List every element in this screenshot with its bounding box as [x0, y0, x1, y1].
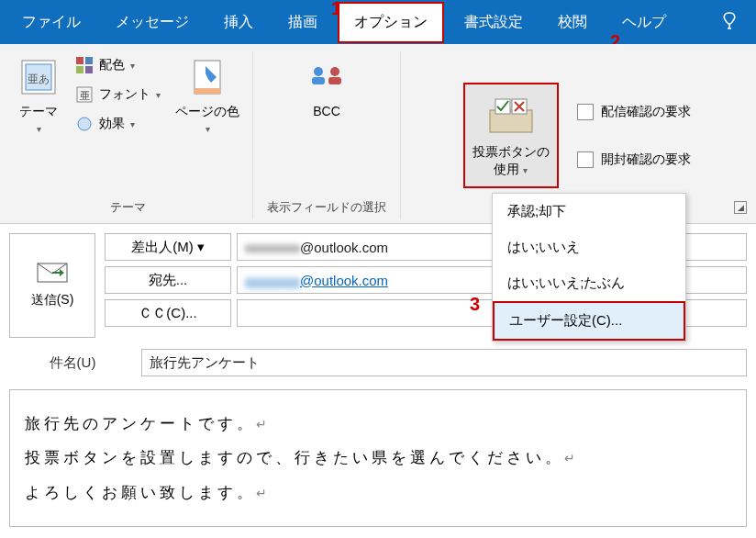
color-button[interactable]: 配色 ▾	[72, 53, 164, 77]
chevron-down-icon: ▾	[130, 61, 135, 71]
font-button-label: フォント	[99, 86, 150, 103]
bcc-button[interactable]: BCC	[301, 51, 352, 123]
tab-help[interactable]: ヘルプ	[607, 4, 681, 41]
tab-file[interactable]: ファイル	[7, 4, 95, 41]
page-color-button[interactable]: ページの色▾	[172, 51, 243, 140]
svg-rect-17	[328, 77, 341, 84]
tellme-icon[interactable]	[714, 4, 749, 41]
send-button-label: 送信(S)	[31, 292, 74, 308]
from-button[interactable]: 差出人(M)▾	[105, 233, 231, 261]
chevron-down-icon: ▾	[37, 124, 41, 134]
read-receipt-checkbox[interactable]: 開封確認の要求	[577, 146, 691, 174]
message-body[interactable]: 旅行先のアンケートです。↵ 投票ボタンを設置しますので、行きたい県を選んでくださ…	[9, 389, 747, 527]
tab-insert[interactable]: 挿入	[209, 4, 268, 41]
svg-text:亜: 亜	[80, 90, 90, 101]
vote-button-label1: 投票ボタンの	[472, 144, 550, 159]
tab-options[interactable]: オプション	[338, 2, 444, 43]
vote-button[interactable]: 投票ボタンの 使用 ▾	[463, 83, 559, 187]
body-line-2: 投票ボタンを設置しますので、行きたい県を選んでください。	[25, 449, 564, 466]
effect-button[interactable]: 効果 ▾	[72, 112, 164, 136]
svg-point-16	[330, 67, 339, 76]
svg-text:亜あ: 亜あ	[28, 73, 50, 85]
paragraph-mark-icon: ↵	[256, 486, 267, 500]
to-button[interactable]: 宛先...	[105, 266, 231, 294]
color-button-label: 配色	[99, 57, 125, 73]
tab-draw[interactable]: 描画 1	[273, 4, 332, 41]
page-color-icon	[185, 55, 229, 99]
theme-button-label: テーマ	[19, 104, 58, 118]
paragraph-mark-icon: ↵	[564, 451, 575, 465]
font-icon: 亜	[75, 85, 94, 104]
ribbon-tab-bar: ファイル メッセージ 挿入 描画 1 オプション 書式設定 校閲 2 ヘルプ	[0, 0, 756, 44]
svg-rect-6	[85, 57, 93, 64]
group-theme: 亜あ テーマ▾ 配色 ▾ 亜 フォント ▾ 効果 ▾	[4, 51, 253, 219]
vote-option-custom[interactable]: ユーザー設定(C)...	[493, 301, 685, 341]
theme-button[interactable]: 亜あ テーマ▾	[13, 51, 64, 140]
theme-icon: 亜あ	[17, 55, 61, 99]
svg-point-11	[78, 118, 91, 130]
svg-rect-7	[76, 66, 83, 73]
dialog-launcher[interactable]: ◢	[734, 201, 747, 214]
group-theme-label: テーマ	[110, 196, 146, 219]
vote-icon	[484, 94, 538, 138]
chevron-down-icon: ▾	[130, 119, 135, 129]
svg-rect-15	[312, 77, 325, 84]
vote-option-yes-no-maybe[interactable]: はい;いいえ;たぶん	[493, 265, 685, 301]
group-show-fields: BCC 表示フィールドの選択	[253, 51, 401, 219]
tab-review-label: 校閲	[558, 14, 587, 29]
body-line-1: 旅行先のアンケートです。	[25, 415, 256, 432]
paragraph-mark-icon: ↵	[256, 417, 267, 432]
chevron-down-icon: ▾	[523, 165, 528, 175]
effect-icon	[75, 115, 94, 133]
cc-button[interactable]: ＣＣ(C)...	[105, 299, 231, 327]
svg-point-14	[314, 67, 323, 76]
body-line-3: よろしくお願い致します。	[25, 484, 256, 501]
effect-button-label: 効果	[99, 116, 125, 132]
delivery-receipt-label: 配信確認の要求	[601, 104, 691, 120]
tab-review[interactable]: 校閲 2	[543, 4, 602, 41]
subject-input[interactable]: 旅行先アンケート	[141, 349, 747, 376]
bcc-icon	[305, 55, 349, 99]
vote-button-label2: 使用	[494, 162, 519, 176]
page-color-label: ページの色	[175, 104, 239, 118]
send-icon	[37, 263, 68, 283]
tab-draw-label: 描画	[288, 14, 317, 29]
vote-dropdown-menu: 承認;却下 はい;いいえ はい;いいえ;たぶん ユーザー設定(C)...	[492, 193, 686, 342]
chevron-down-icon: ▾	[156, 90, 161, 100]
delivery-receipt-checkbox[interactable]: 配信確認の要求	[577, 98, 691, 126]
chevron-down-icon: ▾	[206, 124, 210, 134]
vote-option-approve-reject[interactable]: 承認;却下	[493, 194, 685, 230]
font-button[interactable]: 亜 フォント ▾	[72, 83, 164, 106]
read-receipt-label: 開封確認の要求	[601, 151, 691, 168]
svg-rect-8	[85, 66, 93, 73]
group-show-fields-label: 表示フィールドの選択	[267, 196, 386, 219]
tab-message[interactable]: メッセージ	[101, 4, 204, 41]
subject-label: 件名(U)	[9, 349, 136, 376]
checkbox-icon	[577, 104, 594, 120]
bcc-button-label: BCC	[313, 103, 340, 119]
svg-rect-13	[195, 88, 220, 94]
checkbox-icon	[577, 151, 594, 168]
tab-format[interactable]: 書式設定	[450, 4, 538, 41]
svg-rect-5	[76, 57, 83, 64]
send-button[interactable]: 送信(S)	[9, 233, 95, 338]
vote-option-yes-no[interactable]: はい;いいえ	[493, 230, 685, 265]
palette-icon	[75, 56, 94, 74]
